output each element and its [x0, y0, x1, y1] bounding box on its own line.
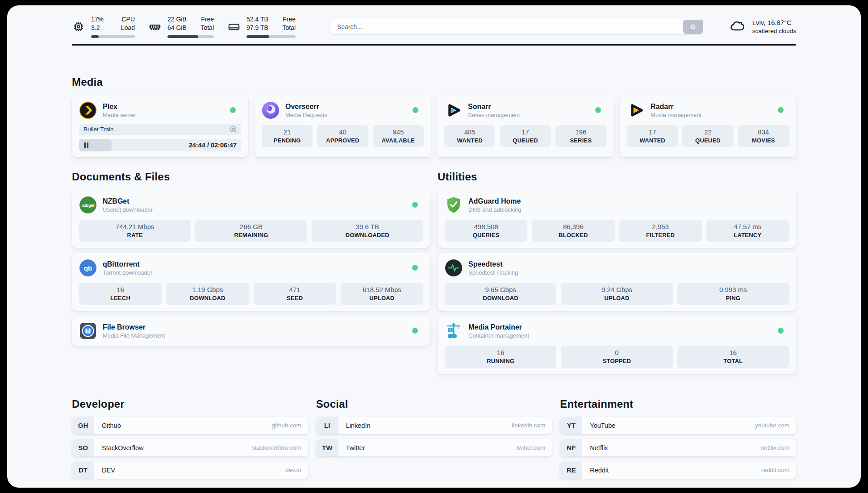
- overseerr-icon: [262, 101, 280, 119]
- bookmark-name: LinkedIn: [346, 422, 371, 429]
- bookmark-reddit[interactable]: RE Reddit reddit.com: [560, 462, 796, 479]
- cpu-widget: 17% 3.2 CPU Load: [72, 15, 135, 38]
- filebrowser-icon: [79, 322, 97, 340]
- cloud-icon: [729, 18, 747, 35]
- memory-free-value: 22 GiB: [167, 15, 187, 24]
- links-column-developer: Developer GH Github github.com SO StackO…: [72, 398, 308, 479]
- stat-leech: 16 LEECH: [79, 283, 162, 305]
- bookmark-url: reddit.com: [761, 467, 789, 473]
- bookmark-name: Twitter: [346, 444, 365, 451]
- stat-stopped: 0 STOPPED: [561, 346, 672, 368]
- stat-upload: 9.24 Gbps UPLOAD: [561, 283, 672, 305]
- status-online-dot: [412, 202, 418, 208]
- app-desc: Media Requests: [285, 111, 327, 119]
- app-card-speedtest[interactable]: Speedtest Speedtest Tracking 9.65 Gbps D…: [438, 253, 796, 311]
- links-column-entertainment: Entertainment YT YouTube youtube.com NF …: [560, 398, 796, 479]
- bookmark-linkedin[interactable]: LI LinkedIn linkedin.com: [316, 417, 552, 434]
- stat-blocked: 86,396 BLOCKED: [532, 220, 614, 242]
- sonarr-icon: [444, 101, 462, 119]
- search-input[interactable]: [330, 19, 704, 35]
- app-card-radarr[interactable]: Radarr Movie management 17 WANTED 22 QUE…: [620, 96, 796, 157]
- stat-ping: 0.993 ms PING: [677, 283, 789, 305]
- stat-queries: 498,508 QUERIES: [445, 220, 527, 242]
- app-card-portainer[interactable]: Media Portainer Container management 16 …: [438, 316, 796, 374]
- bookmark-name: StackOverflow: [102, 444, 143, 451]
- bookmark-url: github.com: [272, 422, 301, 429]
- disk-total-label: Total: [282, 24, 296, 32]
- bookmark-name: DEV: [102, 467, 115, 474]
- app-desc: Movie management: [651, 111, 701, 119]
- screen-icon: [230, 126, 237, 133]
- app-card-qbittorrent[interactable]: qb qBittorrent Torrent downloader: [72, 253, 430, 311]
- header-divider: [72, 44, 796, 46]
- section-title-documents: Documents & Files: [72, 171, 430, 183]
- app-card-overseerr[interactable]: Overseerr Media Requests 21 PENDING 40 A…: [255, 96, 431, 157]
- svg-text:qb: qb: [84, 264, 92, 272]
- memory-widget: 22 GiB 64 GiB Free Total: [148, 15, 214, 38]
- stat-movies: 834 MOVIES: [738, 125, 789, 147]
- disk-widget: 52.4 TB 97.9 TB Free Total: [227, 15, 296, 38]
- cpu-progress-bar: [91, 35, 135, 38]
- bookmark-abbr: YT: [560, 417, 582, 434]
- app-card-sonarr[interactable]: Sonarr Series management 485 WANTED 17 Q…: [437, 96, 613, 157]
- bookmark-github[interactable]: GH Github github.com: [72, 417, 308, 434]
- stat-running: 16 RUNNING: [445, 346, 556, 368]
- status-online-dot: [595, 107, 601, 113]
- stat-upload: 618.52 Mbps UPLOAD: [341, 283, 423, 305]
- bookmark-stackoverflow[interactable]: SO StackOverflow stackoverflow.com: [72, 439, 308, 456]
- stat-remaining: 266 GB REMAINING: [195, 220, 307, 242]
- app-desc: Media File Management: [103, 332, 165, 339]
- app-desc: Series management: [468, 111, 520, 119]
- stat-download: 9.65 Gbps DOWNLOAD: [445, 283, 556, 305]
- weather-condition: scattered clouds: [752, 27, 796, 35]
- search-engine-button[interactable]: G: [683, 20, 703, 34]
- section-title-utilities: Utilities: [438, 171, 796, 183]
- app-name: Plex: [103, 102, 136, 111]
- stat-series: 196 SERIES: [555, 125, 606, 147]
- bookmark-netflix[interactable]: NF Netflix netflix.com: [560, 439, 796, 456]
- status-online-dot: [778, 107, 784, 113]
- nzbget-icon: nzbget: [79, 196, 97, 214]
- dashboard-page: 17% 3.2 CPU Load: [7, 5, 861, 488]
- qbittorrent-icon: qb: [79, 259, 97, 277]
- section-title-social: Social: [316, 398, 552, 410]
- cpu-load-label: Load: [121, 24, 135, 32]
- bookmark-abbr: SO: [72, 439, 94, 456]
- section-title-developer: Developer: [72, 398, 308, 410]
- bookmark-url: stackoverflow.com: [252, 444, 301, 451]
- stat-wanted: 485 WANTED: [444, 125, 495, 147]
- app-card-filebrowser[interactable]: File Browser Media File Management: [72, 316, 430, 346]
- memory-free-label: Free: [200, 15, 214, 24]
- bookmark-url: netflix.com: [760, 444, 789, 451]
- status-online-dot: [412, 265, 418, 271]
- app-desc: Usenet downloader: [103, 206, 153, 213]
- bookmark-twitter[interactable]: TW Twitter twitter.com: [316, 439, 552, 456]
- bookmark-abbr: RE: [560, 462, 582, 479]
- bookmark-abbr: TW: [316, 439, 338, 456]
- links-column-social: Social LI LinkedIn linkedin.com TW Twitt…: [316, 398, 552, 479]
- bookmark-name: Reddit: [590, 467, 609, 474]
- disk-total-value: 97.9 TB: [246, 24, 268, 32]
- cpu-usage-value: 17%: [91, 15, 104, 24]
- section-title-media: Media: [72, 76, 796, 88]
- stat-latency: 47.57 ms LATENCY: [706, 220, 789, 242]
- stat-pending: 21 PENDING: [262, 125, 313, 147]
- bookmark-abbr: NF: [560, 439, 582, 456]
- cpu-usage-label: CPU: [121, 15, 135, 24]
- memory-total-value: 64 GiB: [167, 24, 187, 32]
- bookmark-name: Github: [102, 422, 121, 429]
- stat-wanted: 17 WANTED: [627, 125, 678, 147]
- pause-button[interactable]: [79, 142, 88, 148]
- app-name: Overseerr: [285, 102, 327, 111]
- playback-time: 24:44 / 02:06:47: [189, 142, 241, 149]
- bookmark-dev[interactable]: DT DEV dev.to: [72, 462, 308, 479]
- app-card-plex[interactable]: Plex Media server Bullet Train: [72, 96, 248, 157]
- app-desc: Media server: [103, 111, 136, 119]
- bookmark-name: YouTube: [590, 422, 615, 429]
- bookmark-youtube[interactable]: YT YouTube youtube.com: [560, 417, 796, 434]
- bookmark-name: Netflix: [590, 444, 608, 451]
- stat-downloaded: 39.6 TB DOWNLOADED: [312, 220, 423, 242]
- app-card-adguard[interactable]: AdGuard Home DNS and adblocking 498,508 …: [438, 190, 796, 248]
- app-card-nzbget[interactable]: nzbget NZBGet Usenet downloader 74: [72, 190, 430, 248]
- status-online-dot: [413, 107, 418, 113]
